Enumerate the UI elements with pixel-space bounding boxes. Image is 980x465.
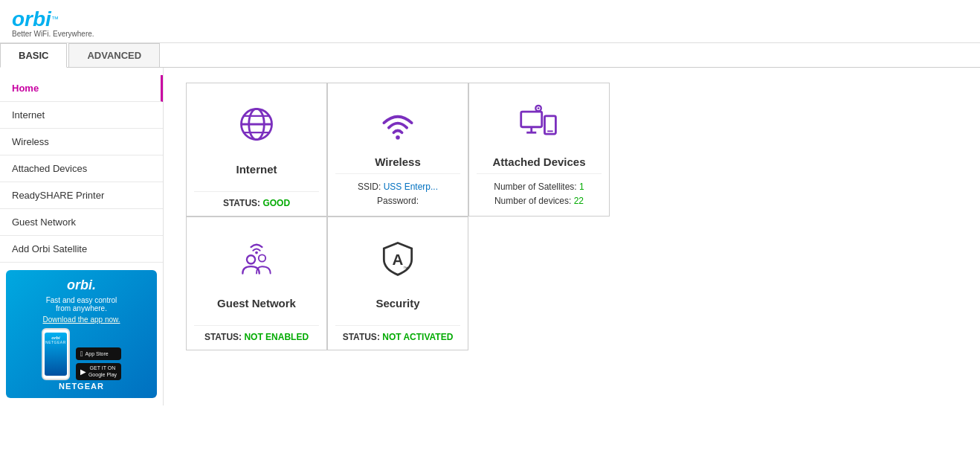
card-guest-network-title: Guest Network <box>217 297 296 310</box>
card-wireless-title: Wireless <box>375 155 421 168</box>
globe-icon <box>236 98 277 150</box>
wifi-icon <box>377 98 419 150</box>
guest-network-icon <box>236 232 277 284</box>
card-internet-status-label: STATUS: <box>223 198 260 208</box>
svg-text:™: ™ <box>403 266 408 271</box>
card-internet-title: Internet <box>236 163 277 176</box>
header: orbi™ Better WiFi. Everywhere. <box>0 0 980 43</box>
svg-point-5 <box>396 135 400 140</box>
card-guest-network-status-label: STATUS: <box>204 332 242 342</box>
card-attached-devices-info: Number of Satellites: 1 Number of device… <box>477 173 602 208</box>
sidebar-item-home[interactable]: Home <box>0 75 163 102</box>
devices-label: Number of devices: <box>494 196 571 206</box>
card-internet[interactable]: Internet STATUS: GOOD <box>186 83 327 217</box>
satellites-value: 1 <box>579 182 584 192</box>
card-security-status: STATUS: NOT ACTIVATED <box>335 325 460 342</box>
tab-basic[interactable]: BASIC <box>0 43 67 68</box>
promo-logo: orbi. <box>12 278 151 293</box>
sidebar-item-attached-devices[interactable]: Attached Devices <box>0 155 163 182</box>
app-store-badge[interactable]:  App Store <box>76 347 121 360</box>
promo-download-link[interactable]: Download the app now. <box>12 315 151 324</box>
card-internet-status: STATUS: GOOD <box>194 191 319 208</box>
card-attached-devices[interactable]: Attached Devices Number of Satellites: 1… <box>468 83 610 217</box>
app-store-label: App Store <box>86 351 109 357</box>
sidebar-item-guest-network[interactable]: Guest Network <box>0 209 163 236</box>
cards-grid: Internet STATUS: GOOD Wireless <box>186 83 958 350</box>
svg-point-13 <box>255 251 258 254</box>
satellites-label: Number of Satellites: <box>494 182 576 192</box>
promo-phone-area: orbi NETGEAR  App Store ▶ GET IT ONGoog… <box>12 328 151 380</box>
sidebar: Home Internet Wireless Attached Devices … <box>0 68 164 405</box>
tab-bar: BASIC ADVANCED <box>0 43 980 68</box>
google-icon: ▶ <box>80 368 86 376</box>
shield-icon: A ™ <box>377 232 419 284</box>
devices-icon <box>518 98 560 150</box>
card-guest-network-status: STATUS: NOT ENABLED <box>194 325 319 342</box>
promo-netgear-label: NETGEAR <box>12 382 151 391</box>
card-internet-status-value: GOOD <box>262 198 290 208</box>
main-content: Internet STATUS: GOOD Wireless <box>164 68 980 405</box>
promo-tagline: Fast and easy controlfrom anywhere. <box>12 296 151 312</box>
svg-text:A: A <box>393 251 404 268</box>
devices-value: 22 <box>574 196 584 206</box>
card-security-status-label: STATUS: <box>343 332 380 342</box>
logo-tm: ™ <box>51 15 59 23</box>
svg-point-14 <box>247 255 255 263</box>
card-attached-devices-title: Attached Devices <box>492 155 585 168</box>
sidebar-promo: orbi. Fast and easy controlfrom anywhere… <box>6 270 157 398</box>
tab-advanced[interactable]: ADVANCED <box>68 43 160 67</box>
main-layout: Home Internet Wireless Attached Devices … <box>0 68 980 405</box>
apple-icon:  <box>80 350 83 358</box>
google-play-label: GET IT ONGoogle Play <box>88 365 117 378</box>
svg-point-12 <box>538 107 540 109</box>
password-label: Password: <box>377 196 419 206</box>
card-security-title: Security <box>375 297 419 310</box>
sidebar-item-internet[interactable]: Internet <box>0 102 163 129</box>
card-guest-network-status-value: NOT ENABLED <box>244 332 309 342</box>
ssid-label: SSID: <box>358 182 381 192</box>
card-security-status-value: NOT ACTIVATED <box>382 332 453 342</box>
sidebar-item-add-orbi-satellite[interactable]: Add Orbi Satellite <box>0 236 163 263</box>
google-play-badge[interactable]: ▶ GET IT ONGoogle Play <box>76 363 121 380</box>
card-guest-network[interactable]: Guest Network STATUS: NOT ENABLED <box>186 217 327 350</box>
svg-point-15 <box>259 254 265 261</box>
promo-phone-screen: orbi NETGEAR <box>45 333 67 376</box>
svg-rect-6 <box>521 112 542 127</box>
sidebar-item-readyshare-printer[interactable]: ReadySHARE Printer <box>0 182 163 209</box>
card-security[interactable]: A ™ Security STATUS: NOT ACTIVATED <box>327 217 468 350</box>
promo-phone-mockup: orbi NETGEAR <box>42 328 70 380</box>
logo-tagline: Better WiFi. Everywhere. <box>12 30 968 38</box>
promo-store-badges:  App Store ▶ GET IT ONGoogle Play <box>76 347 121 380</box>
sidebar-item-wireless[interactable]: Wireless <box>0 129 163 155</box>
card-wireless[interactable]: Wireless SSID: USS Enterp... Password: <box>327 83 468 217</box>
promo-phone-netgear: NETGEAR <box>45 340 66 344</box>
ssid-value: USS Enterp... <box>384 182 438 192</box>
card-wireless-info: SSID: USS Enterp... Password: <box>335 173 460 208</box>
logo: orbi <box>12 7 51 31</box>
